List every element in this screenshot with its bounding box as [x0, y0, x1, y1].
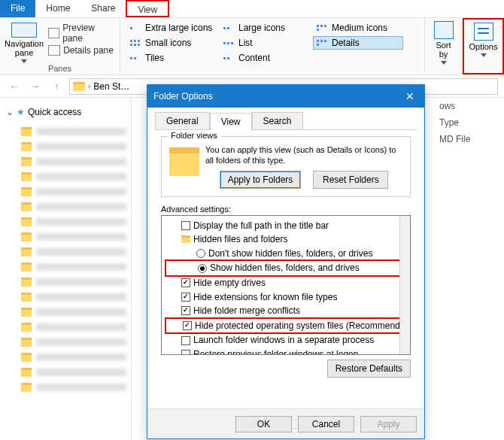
tab-search[interactable]: Search	[252, 112, 303, 129]
layout-icon	[223, 53, 235, 62]
tree-item[interactable]	[5, 335, 126, 349]
radio-icon[interactable]	[198, 264, 207, 273]
sort-icon	[434, 21, 454, 39]
dialog-body: Folder views You can apply this view (su…	[155, 129, 417, 404]
cancel-button[interactable]: Cancel	[298, 416, 354, 432]
layout-extra-large[interactable]: Extra large icons	[126, 21, 217, 35]
layout-tiles[interactable]: Tiles	[126, 51, 217, 65]
tree-item[interactable]	[5, 260, 126, 274]
advanced-settings-list[interactable]: Display the full path in the title bar H…	[161, 215, 411, 355]
chevron-right-icon: ›	[88, 82, 90, 90]
checkbox-icon[interactable]	[183, 321, 192, 330]
checkbox-icon[interactable]	[181, 221, 190, 230]
details-pane-icon	[48, 45, 60, 56]
folder-icon	[21, 308, 32, 317]
tree-item[interactable]	[5, 125, 126, 138]
tree-item[interactable]	[5, 305, 126, 319]
tree-item[interactable]	[5, 381, 126, 394]
checkbox-icon[interactable]	[181, 350, 190, 354]
menu-share[interactable]: Share	[80, 0, 126, 17]
tree-item[interactable]	[5, 155, 126, 168]
details-pane-button[interactable]: Details pane	[48, 45, 114, 56]
dialog-footer: OK Cancel Apply	[147, 408, 424, 438]
radio-icon[interactable]	[196, 249, 205, 258]
apply-button[interactable]: Apply	[360, 416, 417, 432]
checkbox-icon[interactable]	[181, 306, 190, 315]
layout-large[interactable]: Large icons	[220, 21, 310, 35]
opt-hide-ext[interactable]: Hide extensions for known file types	[166, 290, 405, 305]
checkbox-icon[interactable]	[181, 293, 190, 302]
folder-views-icon	[169, 147, 199, 176]
tree-item[interactable]	[5, 200, 126, 214]
folder-icon	[21, 293, 32, 302]
restore-defaults-button[interactable]: Restore Defaults	[327, 360, 411, 378]
menu-file[interactable]: File	[0, 0, 35, 17]
folder-icon	[21, 368, 32, 377]
folder-options-dialog: Folder Options × General View Search Fol…	[147, 84, 425, 439]
tree-item[interactable]	[5, 185, 126, 199]
menu-home[interactable]: Home	[35, 0, 80, 17]
layout-list[interactable]: List	[220, 36, 310, 50]
hint-md-file: MD File	[439, 134, 501, 144]
opt-hide-empty[interactable]: Hide empty drives	[166, 276, 405, 290]
opt-hidden-group: Hidden files and folders	[166, 232, 405, 247]
menu-view[interactable]: View	[126, 0, 169, 17]
scrollbar[interactable]	[399, 216, 410, 354]
up-button[interactable]: ↑	[48, 78, 65, 95]
tab-view[interactable]: View	[210, 113, 252, 130]
folder-icon	[21, 247, 32, 256]
apply-to-folders-button[interactable]: Apply to Folders	[220, 171, 302, 189]
opt-display-full-path[interactable]: Display the full path in the title bar	[166, 219, 405, 233]
chevron-down-icon: ⌄	[6, 107, 14, 117]
hint-type: Type	[439, 117, 501, 128]
tree-item[interactable]	[5, 290, 126, 304]
tree-item[interactable]	[5, 366, 126, 379]
preview-pane-button[interactable]: Preview pane	[48, 23, 114, 44]
tree-item[interactable]	[5, 320, 126, 334]
close-button[interactable]: ×	[401, 89, 418, 105]
tree-item[interactable]	[5, 245, 126, 259]
folder-icon	[181, 235, 190, 243]
dialog-titlebar[interactable]: Folder Options ×	[147, 85, 424, 108]
tree-item[interactable]	[5, 350, 126, 364]
layout-small[interactable]: Small icons	[126, 36, 217, 50]
layout-medium[interactable]: Medium icons	[313, 21, 403, 35]
opt-launch-sep[interactable]: Launch folder windows in a separate proc…	[166, 333, 405, 347]
sort-by-button[interactable]: Sort by	[425, 18, 463, 74]
tree-item[interactable]	[5, 275, 126, 289]
nav-tree[interactable]: ⌄ ★ Quick access	[0, 98, 132, 440]
checkbox-icon[interactable]	[181, 278, 190, 287]
checkbox-icon[interactable]	[181, 336, 190, 345]
layout-details[interactable]: Details	[313, 36, 403, 50]
layout-content[interactable]: Content	[220, 51, 310, 65]
folder-icon	[21, 338, 32, 347]
opt-hide-merge[interactable]: Hide folder merge conflicts	[166, 304, 405, 318]
tree-item[interactable]	[5, 230, 126, 244]
opt-hide-protected[interactable]: Hide protected operating system files (R…	[168, 319, 404, 333]
folder-views-text: You can apply this view (such as Details…	[205, 144, 402, 166]
folder-icon	[21, 217, 32, 226]
chevron-down-icon	[21, 59, 27, 63]
reset-folders-button[interactable]: Reset Folders	[313, 171, 388, 189]
options-button[interactable]: Options	[463, 18, 504, 74]
opt-restore-prev[interactable]: Restore previous folder windows at logon	[166, 347, 405, 355]
preview-pane-icon	[48, 28, 59, 38]
ribbon-group-layout: Extra large icons Large icons Medium ico…	[120, 18, 425, 74]
tree-quick-access[interactable]: ⌄ ★ Quick access	[5, 104, 126, 120]
folder-icon	[21, 202, 32, 211]
folder-views-group: Folder views You can apply this view (su…	[161, 136, 411, 197]
opt-show-hidden[interactable]: Show hidden files, folders, and drives	[168, 261, 404, 275]
folder-icon	[21, 142, 32, 151]
forward-button[interactable]: →	[27, 78, 44, 95]
dialog-title: Folder Options	[153, 91, 213, 102]
tab-general[interactable]: General	[155, 112, 210, 129]
tree-item[interactable]	[5, 140, 126, 153]
chevron-down-icon	[481, 53, 487, 57]
ok-button[interactable]: OK	[235, 416, 292, 432]
folder-icon	[21, 187, 32, 196]
opt-dont-show-hidden[interactable]: Don't show hidden files, folders, or dri…	[166, 247, 405, 261]
tree-item[interactable]	[5, 170, 126, 184]
back-button[interactable]: ←	[6, 78, 23, 95]
tree-item[interactable]	[5, 215, 126, 229]
layout-icon	[130, 38, 142, 47]
